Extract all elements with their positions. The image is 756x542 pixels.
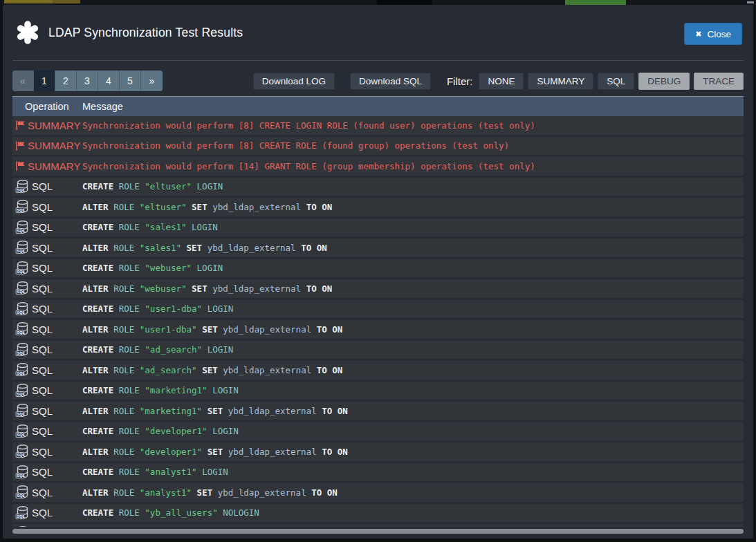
svg-text:SQL: SQL bbox=[17, 351, 26, 355]
message-cell: ALTER ROLE "analyst1" SET ybd_ldap_exter… bbox=[82, 487, 744, 498]
database-sql-icon: SQL bbox=[15, 383, 30, 398]
message-cell: CREATE ROLE "eltuser" LOGIN bbox=[82, 181, 744, 191]
operation-cell: SQL SQL bbox=[12, 281, 82, 296]
pagination-page-3-button[interactable]: 3 bbox=[77, 71, 98, 91]
svg-text:SQL: SQL bbox=[17, 371, 26, 375]
filter-debug-button[interactable]: DEBUG bbox=[638, 73, 690, 90]
filter-none-button[interactable]: NONE bbox=[479, 73, 524, 90]
table-row-sql: SQL SQL CREATE ROLE "analyst1" LOGIN bbox=[12, 463, 744, 484]
table-row-sql: SQL SQL ALTER ROLE "developer1" SET ybd_… bbox=[12, 442, 744, 463]
operation-label: SQL bbox=[32, 283, 53, 295]
column-header-message: Message bbox=[82, 101, 744, 112]
operation-label: SQL bbox=[32, 384, 53, 396]
operation-cell: SQL SQL bbox=[12, 383, 82, 398]
database-sql-icon: SQL bbox=[15, 281, 30, 296]
database-sql-icon: SQL bbox=[15, 199, 30, 214]
table-row-sql: SQL SQL bbox=[12, 524, 744, 527]
message-cell: CREATE ROLE "marketing1" LOGIN bbox=[82, 385, 744, 395]
pagination-page-5-button[interactable]: 5 bbox=[120, 71, 141, 91]
table-header-row: Operation Message bbox=[12, 97, 744, 116]
database-sql-icon: SQL bbox=[15, 321, 30, 337]
message-cell: CREATE ROLE "sales1" LOGIN bbox=[82, 222, 744, 232]
close-button[interactable]: ✖ Close bbox=[684, 23, 742, 45]
operation-cell: SQL SQL bbox=[12, 525, 82, 527]
message-cell: ALTER ROLE "webuser" SET ybd_ldap_extern… bbox=[82, 283, 744, 294]
filter-trace-button[interactable]: TRACE bbox=[694, 73, 744, 90]
svg-text:SQL: SQL bbox=[17, 229, 26, 233]
filter-summary-button[interactable]: SUMMARY bbox=[528, 73, 593, 90]
table-row-sql: SQL SQL CREATE ROLE "yb_all_users" NOLOG… bbox=[12, 504, 744, 525]
pagination-page-1-button[interactable]: 1 bbox=[34, 71, 55, 91]
svg-text:SQL: SQL bbox=[17, 392, 26, 396]
table-row-sql: SQL SQL ALTER ROLE "eltuser" SET ybd_lda… bbox=[12, 198, 744, 218]
table-body: SUMMARY Synchronization would perform [8… bbox=[12, 116, 744, 527]
pagination-page-2-button[interactable]: 2 bbox=[55, 71, 77, 91]
operation-cell: SUMMARY bbox=[12, 140, 82, 151]
table-row-sql: SQL SQL CREATE ROLE "eltuser" LOGIN bbox=[12, 178, 744, 198]
message-cell: CREATE ROLE "ad_search" LOGIN bbox=[82, 344, 744, 355]
download-sql-button[interactable]: Download SQL bbox=[350, 73, 431, 90]
table-row-sql: SQL SQL CREATE ROLE "sales1" LOGIN bbox=[12, 218, 744, 239]
operation-label: SQL bbox=[32, 487, 53, 498]
operation-cell: SQL SQL bbox=[12, 240, 82, 255]
table-row-sql: SQL SQL ALTER ROLE "ad_search" SET ybd_l… bbox=[12, 361, 744, 382]
svg-text:SQL: SQL bbox=[17, 208, 26, 212]
database-sql-icon: SQL bbox=[15, 301, 30, 317]
filter-sql-button[interactable]: SQL bbox=[598, 73, 634, 90]
flag-icon bbox=[15, 120, 26, 131]
database-sql-icon: SQL bbox=[15, 240, 30, 255]
operation-cell: SQL SQL bbox=[12, 403, 82, 418]
operation-label: SQL bbox=[32, 201, 53, 213]
database-sql-icon: SQL bbox=[15, 444, 30, 459]
download-log-button[interactable]: Download LOG bbox=[253, 73, 335, 90]
operation-cell: SQL SQL bbox=[12, 465, 82, 480]
operation-cell: SUMMARY bbox=[12, 120, 82, 131]
svg-text:SQL: SQL bbox=[17, 270, 26, 274]
table-row-sql: SQL SQL ALTER ROLE "analyst1" SET ybd_ld… bbox=[12, 483, 744, 504]
svg-text:SQL: SQL bbox=[17, 290, 26, 294]
operation-label: SQL bbox=[32, 262, 53, 274]
horizontal-scrollbar[interactable] bbox=[12, 529, 744, 534]
message-cell: ALTER ROLE "sales1" SET ybd_ldap_externa… bbox=[82, 243, 744, 253]
pagination-next-button[interactable]: » bbox=[141, 71, 163, 91]
background-green-button-fragment bbox=[565, 0, 626, 5]
operation-label: SQL bbox=[32, 364, 53, 376]
table-row-summary: SUMMARY Synchronization would perform [8… bbox=[12, 137, 744, 158]
message-cell: ALTER ROLE "eltuser" SET ybd_ldap_extern… bbox=[82, 202, 744, 212]
pagination-page-4-button[interactable]: 4 bbox=[98, 71, 120, 91]
operation-cell: SQL SQL bbox=[12, 505, 82, 521]
database-sql-icon: SQL bbox=[15, 424, 30, 439]
message-cell: CREATE ROLE "yb_all_users" NOLOGIN bbox=[82, 507, 744, 518]
table-row-sql: SQL SQL ALTER ROLE "webuser" SET ybd_lda… bbox=[12, 279, 744, 300]
database-sql-icon: SQL bbox=[15, 485, 30, 500]
operation-cell: SQL SQL bbox=[12, 342, 82, 357]
message-cell: CREATE ROLE "analyst1" LOGIN bbox=[82, 467, 744, 477]
svg-text:SQL: SQL bbox=[17, 453, 26, 457]
table-row-summary: SUMMARY Synchronization would perform [8… bbox=[12, 116, 744, 137]
svg-text:SQL: SQL bbox=[17, 494, 26, 498]
message-cell: CREATE ROLE "webuser" LOGIN bbox=[82, 263, 744, 273]
flag-icon bbox=[15, 140, 26, 151]
message-cell: CREATE ROLE "user1-dba" LOGIN bbox=[82, 303, 744, 314]
operation-cell: SQL SQL bbox=[12, 301, 82, 317]
filter-label: Filter: bbox=[447, 75, 473, 87]
table-row-sql: SQL SQL CREATE ROLE "user1-dba" LOGIN bbox=[12, 300, 744, 321]
operation-cell: SQL SQL bbox=[12, 444, 82, 459]
message-cell: ALTER ROLE "ad_search" SET ybd_ldap_exte… bbox=[82, 365, 744, 375]
database-sql-icon: SQL bbox=[15, 362, 30, 377]
message-cell: Synchronization would perform [14] GRANT… bbox=[82, 161, 744, 171]
operation-cell: SQL SQL bbox=[12, 199, 82, 214]
message-cell: ALTER ROLE "user1-dba" SET ybd_ldap_exte… bbox=[82, 324, 744, 335]
operation-cell: SQL SQL bbox=[12, 424, 82, 439]
database-sql-icon: SQL bbox=[15, 220, 30, 235]
close-button-label: Close bbox=[707, 29, 731, 39]
table-row-sql: SQL SQL CREATE ROLE "developer1" LOGIN bbox=[12, 422, 744, 443]
background-page bbox=[0, 0, 756, 5]
table-row-sql: SQL SQL ALTER ROLE "sales1" SET ybd_ldap… bbox=[12, 239, 744, 259]
close-x-icon: ✖ bbox=[695, 30, 701, 38]
operation-label: SQL bbox=[32, 344, 53, 355]
operation-label: SQL bbox=[32, 446, 53, 458]
operation-label: SQL bbox=[32, 221, 53, 233]
operation-label: SQL bbox=[32, 180, 53, 192]
ldap-sync-results-modal: LDAP Synchronization Test Results ✖ Clos… bbox=[3, 5, 753, 539]
